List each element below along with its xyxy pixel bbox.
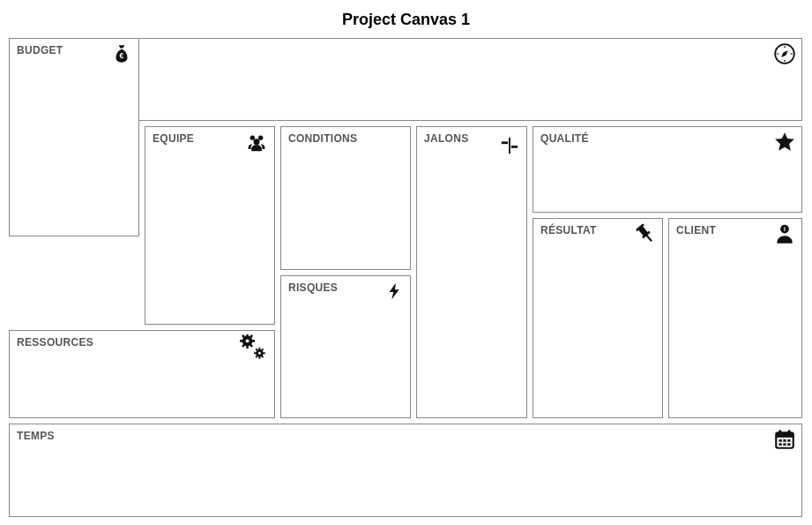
svg-rect-8 [511,146,518,148]
svg-rect-13 [252,340,255,342]
svg-rect-21 [258,356,260,358]
block-budget: BUDGET € [9,38,139,236]
svg-text:€: € [120,51,124,60]
block-equipe: EQUIPE [145,126,275,325]
label-risques: RISQUES [288,281,338,294]
compass-icon [771,42,796,67]
svg-rect-23 [263,352,264,354]
svg-point-5 [254,139,260,145]
svg-rect-12 [240,340,242,342]
svg-rect-7 [502,141,508,144]
money-bag-icon: € [108,42,133,67]
svg-rect-40 [783,439,786,442]
label-resultat: RÉSULTAT [540,224,597,236]
svg-rect-22 [254,352,256,354]
svg-rect-10 [246,334,249,336]
svg-point-1 [784,53,786,56]
bolt-icon [380,280,405,304]
milestone-icon [496,136,521,161]
project-canvas: BUT BUDGET € EQUIPE [9,38,802,517]
label-equipe: EQUIPE [153,132,194,145]
svg-rect-37 [779,430,782,434]
svg-rect-6 [509,138,510,154]
team-icon [244,131,269,155]
label-client: CLIENT [676,224,716,236]
label-qualite: QUALITÉ [540,132,589,145]
star-icon [771,131,796,155]
svg-rect-32 [646,235,652,242]
block-jalons: JALONS [416,126,527,418]
svg-rect-20 [258,348,260,349]
label-ressources: RESSOURCES [17,336,93,349]
gavel-icon [632,222,657,247]
svg-point-3 [250,135,255,139]
svg-text:i: i [784,226,786,232]
block-client: CLIENT i [668,218,802,418]
svg-point-4 [258,135,263,139]
block-risques: RISQUES [280,275,411,418]
calendar-icon [771,428,796,453]
label-jalons: JALONS [424,132,468,145]
label-budget: BUDGET [17,44,63,56]
label-temps: TEMPS [17,430,55,442]
block-resultat: RÉSULTAT [533,218,663,418]
svg-rect-11 [246,346,249,349]
svg-rect-36 [776,432,793,437]
svg-rect-42 [779,443,782,446]
label-conditions: CONDITIONS [288,132,357,145]
svg-rect-39 [779,439,782,442]
svg-rect-41 [787,439,790,442]
svg-rect-43 [783,443,786,446]
svg-rect-44 [787,443,790,446]
block-conditions: CONDITIONS [280,126,411,270]
gears-icon [237,334,269,366]
svg-point-18 [246,340,250,343]
block-temps: TEMPS [9,424,802,517]
canvas-title: Project Canvas 1 [9,7,803,29]
svg-point-28 [258,352,261,355]
block-qualite: QUALITÉ [533,126,802,213]
block-ressources: RESSOURCES [9,330,275,418]
person-info-icon: i [771,222,796,247]
svg-rect-38 [788,430,791,434]
